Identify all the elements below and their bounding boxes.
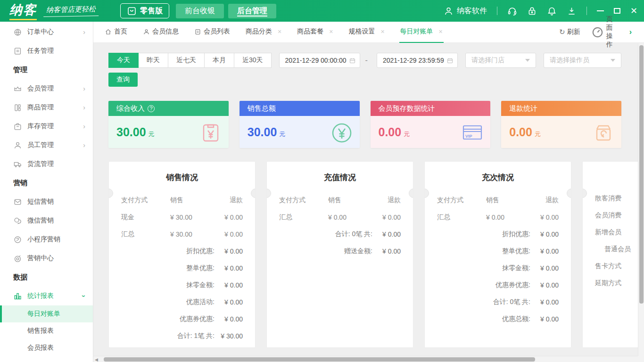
sidebar-item-inventory-mgmt[interactable]: 库存管理 › xyxy=(0,117,93,136)
sidebar-subitem-member-report[interactable]: 会员报表 xyxy=(0,339,93,356)
table-row: 汇总¥ 0.00¥ 0.00 xyxy=(437,209,559,226)
sidebar-section-management: 管理 xyxy=(0,60,93,79)
bar-chart-icon xyxy=(13,292,22,301)
tab-goods-combo[interactable]: 商品套餐 × xyxy=(296,22,334,43)
vertical-scroll-thumb[interactable] xyxy=(639,45,644,304)
minimize-button[interactable] xyxy=(597,10,604,11)
operator-select[interactable]: 请选择操作员 xyxy=(544,53,621,68)
refresh-button[interactable]: ↻ 刷新 xyxy=(559,28,580,36)
topbar-right: 纳客软件 ✕ xyxy=(444,6,637,16)
download-icon[interactable] xyxy=(567,6,577,16)
range-last30days-button[interactable]: 近30天 xyxy=(234,53,272,68)
tab-goods-category[interactable]: 商品分类 × xyxy=(245,22,282,43)
account[interactable]: 纳客软件 xyxy=(444,6,487,16)
envelope-icon xyxy=(13,197,22,206)
range-thismonth-button[interactable]: 本月 xyxy=(205,53,234,68)
panel-recharge: 充值情况 支付方式销售退款 汇总¥ 0.00¥ 0.00 合计: 0笔 共:¥ … xyxy=(266,161,413,348)
sidebar-item-statistics-reports[interactable]: 统计报表 › xyxy=(0,287,93,305)
scroll-left-arrow-icon[interactable]: ◀ xyxy=(95,357,98,362)
vertical-scrollbar[interactable] xyxy=(638,43,644,356)
summary-row: 优惠活动:¥ 0.00 xyxy=(121,294,243,311)
sidebar-item-logistics-mgmt[interactable]: 货流管理 xyxy=(0,155,93,173)
table-row: 汇总¥ 0.00¥ 0.00 xyxy=(279,209,401,226)
sidebar-item-goods-mgmt[interactable]: 商品管理 › xyxy=(0,98,93,117)
bell-icon[interactable] xyxy=(547,6,557,16)
range-today-button[interactable]: 今天 xyxy=(108,53,139,68)
range-yesterday-button[interactable]: 昨天 xyxy=(139,53,168,68)
panel-title: 销售情况 xyxy=(109,172,255,183)
sidebar-item-sms-marketing[interactable]: 短信营销 xyxy=(0,192,93,211)
edition-label: 零售版 xyxy=(140,6,163,16)
calendar-icon xyxy=(446,57,454,64)
sidebar-item-order-center[interactable]: 订单中心 › xyxy=(0,23,93,41)
sidebar-section-marketing: 营销 xyxy=(0,173,93,192)
sidebar-item-staff-mgmt[interactable]: 员工管理 › xyxy=(0,136,93,155)
summary-row: 优惠总额:¥ 0.00 xyxy=(437,311,559,328)
table-header: 支付方式销售退款 xyxy=(279,192,401,209)
label-row: 延期方式 xyxy=(595,275,638,292)
sidebar-subitem-daily-reconciliation[interactable]: 每日对账单 xyxy=(0,305,93,322)
tab-bar: 首页 会员信息 会员列表 商品分类 × 商品套餐 × xyxy=(93,22,644,43)
table-row: 现金¥ 30.00¥ 0.00 xyxy=(121,209,243,226)
lock-icon[interactable] xyxy=(527,6,537,16)
tab-home[interactable]: 首页 xyxy=(104,22,128,43)
close-window-button[interactable]: ✕ xyxy=(630,7,637,15)
calendar-icon xyxy=(349,57,356,64)
user-icon xyxy=(444,6,454,16)
chevron-right-icon[interactable]: › xyxy=(629,28,632,36)
close-icon[interactable]: × xyxy=(329,28,333,35)
globe-icon xyxy=(13,28,22,37)
chevron-right-icon: › xyxy=(83,104,85,111)
close-icon[interactable]: × xyxy=(278,28,281,35)
end-datetime-input[interactable] xyxy=(377,53,458,68)
sidebar-item-miniprogram-marketing[interactable]: 小程序营销 xyxy=(0,230,93,249)
chevron-right-icon: › xyxy=(83,28,85,36)
sidebar-item-wechat-marketing[interactable]: 微信营销 xyxy=(0,211,93,230)
label-row: 售卡方式 xyxy=(595,258,638,275)
summary-row: 整单优惠:¥ 0.00 xyxy=(121,260,243,277)
topbar: 纳客 纳客管店更轻松 零售版 前台收银 后台管理 纳客软件 xyxy=(0,0,644,22)
backstage-button[interactable]: 后台管理 xyxy=(228,4,276,18)
summary-row: 整单优惠:¥ 0.00 xyxy=(437,243,559,260)
maximize-button[interactable] xyxy=(614,8,620,14)
sidebar-item-member-mgmt[interactable]: 会员管理 › xyxy=(0,79,93,98)
headset-icon[interactable] xyxy=(507,6,517,16)
stat-card-member-deposit: 会员预存数据统计 0.00元 VIP xyxy=(371,101,491,148)
tab-member-list[interactable]: 会员列表 xyxy=(193,22,231,43)
user-icon xyxy=(143,28,150,35)
list-icon xyxy=(194,28,201,35)
refund-box-icon xyxy=(592,121,615,143)
tab-spec-settings[interactable]: 规格设置 × xyxy=(347,22,385,43)
query-button[interactable]: 查询 xyxy=(108,73,138,87)
sidebar-item-task-mgmt[interactable]: 任务管理 xyxy=(0,41,93,60)
front-cashier-button[interactable]: 前台收银 xyxy=(176,4,224,18)
horizontal-scroll-thumb[interactable] xyxy=(104,357,535,362)
table-row: 汇总¥ 30.00¥ 0.00 xyxy=(121,226,243,243)
page-content: 今天 昨天 近七天 本月 近30天 - xyxy=(93,43,638,356)
inventory-box-icon xyxy=(13,122,22,131)
summary-row: 赠送金额:¥ 0.00 xyxy=(279,243,401,260)
panel-title: 充次情况 xyxy=(425,172,571,183)
filter-row: 今天 昨天 近七天 本月 近30天 - xyxy=(108,53,638,68)
tab-member-info[interactable]: 会员信息 xyxy=(142,22,180,43)
task-doc-icon xyxy=(13,47,22,56)
chevron-down-icon: › xyxy=(81,295,88,297)
table-header: 支付方式销售退款 xyxy=(121,192,243,209)
help-icon[interactable]: ? xyxy=(148,105,155,112)
tab-daily-reconciliation[interactable]: 每日对账单 × xyxy=(399,22,444,43)
summary-row: 折扣优惠:¥ 0.00 xyxy=(121,243,243,260)
range-last7days-button[interactable]: 近七天 xyxy=(168,53,205,68)
store-select[interactable]: 请选择门店 xyxy=(465,53,536,68)
edition-button[interactable]: 零售版 xyxy=(120,3,169,18)
truck-icon xyxy=(13,160,22,169)
horizontal-scrollbar[interactable]: ◀ xyxy=(93,356,638,362)
sidebar-item-marketing-center[interactable]: 营销中心 xyxy=(0,249,93,268)
sidebar-subitem-sales-report[interactable]: 销售报表 xyxy=(0,322,93,339)
app-window: 纳客 纳客管店更轻松 零售版 前台收银 后台管理 纳客软件 xyxy=(0,0,644,362)
start-datetime-input[interactable] xyxy=(279,53,360,68)
close-icon[interactable]: × xyxy=(380,28,384,35)
close-icon[interactable]: × xyxy=(439,28,443,35)
summary-row: 合计: 1笔 共:¥ 30.00 xyxy=(121,328,243,345)
table-header: 支付方式销售退款 xyxy=(437,192,559,209)
sidebar-section-data: 数据 xyxy=(0,268,93,287)
